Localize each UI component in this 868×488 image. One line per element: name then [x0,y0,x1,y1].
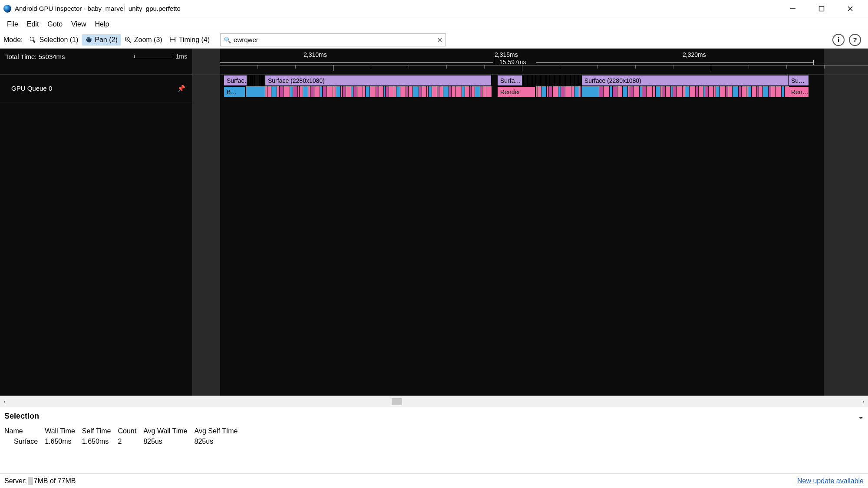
render-slice[interactable] [642,86,646,97]
render-slice[interactable] [561,86,565,97]
render-segment[interactable]: Render [497,86,535,97]
mode-timing-button[interactable]: Timing (4) [166,34,213,46]
render-slice[interactable] [357,86,363,97]
render-slice[interactable] [303,86,308,97]
render-slice[interactable] [748,86,751,97]
render-slice[interactable] [413,86,419,97]
surface-segment[interactable]: Surface (2280x1080) [265,75,492,86]
render-slice[interactable] [732,86,738,97]
render-slice[interactable] [322,86,327,97]
render-slice[interactable] [673,86,677,97]
render-slice[interactable] [705,86,708,97]
surface-segment[interactable]: Surface (2280x1080) [581,75,807,86]
render-slice[interactable] [762,86,768,97]
render-slice[interactable] [290,86,293,97]
render-slice[interactable] [698,86,703,97]
render-slice[interactable] [784,86,789,97]
render-slice[interactable] [443,86,449,97]
render-slice[interactable] [716,86,719,97]
track-gpu-queue-0[interactable]: Surfac…Surface (2280x1080)Surfa…Surface … [193,75,868,98]
render-slice[interactable] [482,86,486,97]
render-slice[interactable] [677,86,682,97]
render-slice[interactable] [738,86,741,97]
render-slice[interactable] [333,86,336,97]
render-slice[interactable] [439,86,443,97]
render-segment[interactable]: B… [224,86,245,97]
render-slice[interactable] [422,86,426,97]
render-slice[interactable] [267,86,271,97]
render-slice[interactable] [379,86,383,97]
render-slice[interactable] [299,86,303,97]
chevron-down-icon[interactable]: ⌄ [858,412,864,420]
table-row[interactable]: Surface1.650ms1.650ms2825us825us [4,436,244,447]
render-slice[interactable] [728,86,732,97]
render-slice[interactable] [655,86,660,97]
render-slice[interactable] [327,86,333,97]
render-slice[interactable] [346,86,351,97]
maximize-button[interactable] [813,3,830,15]
horizontal-scrollbar[interactable]: ‹ › [0,396,868,407]
scroll-left-arrow[interactable]: ‹ [0,398,10,405]
render-slice[interactable] [396,86,400,97]
render-slice[interactable] [662,86,665,97]
mode-pan-button[interactable]: Pan (2) [82,34,121,46]
render-slice[interactable] [279,86,284,97]
column-header[interactable]: Name [4,426,45,436]
render-slice[interactable] [365,86,370,97]
render-slice[interactable] [293,86,297,97]
render-slice[interactable] [634,86,639,97]
render-slice[interactable] [451,86,455,97]
render-slice[interactable] [599,86,603,97]
render-slice[interactable] [751,86,756,97]
render-slice[interactable] [708,86,713,97]
render-slice[interactable] [574,86,579,97]
render-slice[interactable] [689,86,695,97]
render-slice[interactable] [385,86,389,97]
render-slice[interactable] [310,86,314,97]
sidebar-row-gpu-queue-0[interactable]: GPU Queue 0 📌 [0,75,192,102]
render-slice[interactable] [246,86,265,97]
render-slice[interactable] [486,86,492,97]
column-header[interactable]: Self Time [82,426,118,436]
surface-segment[interactable]: Su… [788,75,809,86]
render-slice[interactable] [771,86,775,97]
render-slice[interactable] [581,86,599,97]
time-ruler[interactable]: 2,310ms 2,315ms 2,320ms 15.597ms [193,49,868,75]
render-slice[interactable] [619,86,622,97]
render-slice[interactable] [775,86,781,97]
render-slice[interactable] [612,86,617,97]
render-slice[interactable] [419,86,422,97]
render-slice[interactable] [541,86,546,97]
render-slice[interactable] [408,86,413,97]
render-slice[interactable] [630,86,634,97]
render-slice[interactable] [342,86,346,97]
help-button[interactable]: ? [849,34,861,46]
render-slice[interactable] [455,86,462,97]
render-slice[interactable] [603,86,609,97]
minimize-button[interactable] [785,3,801,15]
render-slice[interactable] [462,86,465,97]
render-slice[interactable] [271,86,277,97]
selection-header[interactable]: Selection ⌄ [0,407,868,425]
menu-edit[interactable]: Edit [23,19,43,30]
surface-segment[interactable]: Surfa… [497,75,522,86]
mode-selection-button[interactable]: Selection (1) [26,34,82,46]
render-segment[interactable]: Ren… [788,86,809,97]
render-slice[interactable] [571,86,574,97]
search-input[interactable] [220,33,446,46]
trace-canvas[interactable]: 2,310ms 2,315ms 2,320ms 15.597ms Surfac…… [193,49,868,396]
render-slice[interactable] [353,86,357,97]
render-slice[interactable] [336,86,340,97]
render-slice[interactable] [646,86,652,97]
render-slice[interactable] [471,86,475,97]
render-slice[interactable] [400,86,406,97]
menu-view[interactable]: View [67,19,90,30]
scroll-trough[interactable] [10,396,858,407]
render-slice[interactable] [781,86,784,97]
render-slice[interactable] [428,86,432,97]
render-slice[interactable] [432,86,437,97]
render-slice[interactable] [695,86,698,97]
render-slice[interactable] [652,86,655,97]
surface-segment[interactable]: Surfac… [224,75,247,86]
menu-help[interactable]: Help [90,19,113,30]
